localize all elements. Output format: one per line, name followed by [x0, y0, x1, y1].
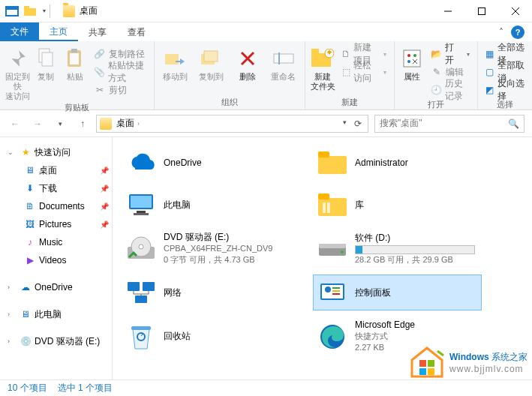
svg-rect-17 — [274, 54, 293, 63]
item-control-panel[interactable]: 控制面板 — [313, 274, 482, 310]
breadcrumb[interactable]: 桌面› — [116, 117, 140, 130]
copy-to-icon — [200, 46, 224, 70]
history-icon: 🕘 — [431, 84, 442, 96]
paste-shortcut-icon: 📎 — [94, 66, 105, 78]
paste-button[interactable]: 粘贴 — [62, 44, 88, 82]
pin-to-quick-access-button[interactable]: 固定到快 速访问 — [5, 44, 30, 101]
items-view[interactable]: OneDrive Administrator 此电脑 库 DVD 驱动器 (E:… — [113, 137, 532, 380]
maximize-button[interactable] — [464, 0, 498, 22]
item-onedrive[interactable]: OneDrive — [122, 145, 290, 181]
tree-this-pc[interactable]: ›🖥此电脑 — [3, 305, 109, 323]
qat-folder-icon[interactable] — [21, 3, 39, 20]
svg-rect-30 — [131, 196, 152, 208]
pin-icon: 📌 — [100, 166, 109, 175]
edit-icon: ✎ — [431, 66, 443, 78]
history-button[interactable]: 🕘历史记录 — [428, 82, 473, 98]
item-this-pc[interactable]: 此电脑 — [122, 187, 290, 223]
item-recycle-bin[interactable]: 回收站 — [122, 316, 290, 356]
item-administrator[interactable]: Administrator — [313, 145, 482, 181]
chevron-right-icon[interactable]: › — [8, 310, 17, 318]
tree-item-documents[interactable]: 🗎Documents📌 — [20, 197, 109, 215]
ribbon-group-select: ▦全部选择 ▢全部取消 ◩反向选择 选择 — [478, 41, 532, 110]
tree-item-downloads[interactable]: ⬇下载📌 — [20, 179, 109, 197]
open-icon: 📂 — [431, 48, 442, 60]
item-edge[interactable]: Microsoft Edge快捷方式2.27 KB — [313, 316, 482, 356]
tree-quick-access[interactable]: ⌄ ★ 快速访问 — [3, 143, 109, 161]
status-selection: 选中 1 个项目 — [58, 382, 113, 394]
copy-button[interactable]: 复制 — [33, 44, 59, 82]
svg-rect-27 — [318, 156, 347, 174]
paste-shortcut-button[interactable]: 📎粘贴快捷方式 — [91, 64, 149, 80]
tree-item-videos[interactable]: ▶Videos — [20, 251, 109, 269]
chevron-right-icon[interactable]: › — [8, 284, 17, 291]
svg-rect-43 — [128, 282, 140, 291]
search-icon[interactable]: 🔍 — [508, 118, 519, 129]
copy-path-icon: 🔗 — [94, 48, 106, 60]
copy-to-button[interactable]: 复制到 — [195, 44, 228, 82]
tab-view[interactable]: 查看 — [117, 22, 156, 41]
tree-item-pictures[interactable]: 🖼Pictures📌 — [20, 215, 109, 233]
tab-file[interactable]: 文件 — [0, 22, 39, 41]
folder-icon — [317, 148, 347, 178]
tab-share[interactable]: 共享 — [78, 22, 117, 41]
drive-usage-bar — [355, 245, 475, 254]
cut-button[interactable]: ✂剪切 — [91, 82, 149, 98]
svg-rect-14 — [165, 54, 179, 64]
svg-rect-49 — [332, 287, 340, 289]
tree-item-desktop[interactable]: 🖥桌面📌 — [20, 161, 109, 179]
open-button[interactable]: 📂打开▾ — [428, 46, 473, 62]
chevron-down-icon[interactable]: ⌄ — [8, 148, 17, 156]
forward-button[interactable]: → — [30, 116, 45, 131]
status-bar: 10 个项目 选中 1 个项目 — [0, 380, 532, 396]
tab-home[interactable]: 主页 — [39, 22, 78, 41]
svg-rect-4 — [24, 6, 29, 9]
address-bar[interactable]: 桌面› ▾ ⟳ — [96, 115, 368, 133]
quick-access-toolbar: ▾ — [0, 3, 57, 20]
item-drive-d[interactable]: 软件 (D:) 28.2 GB 可用，共 29.9 GB — [313, 229, 482, 268]
drive-icon — [317, 234, 347, 264]
select-all-icon: ▦ — [485, 48, 494, 60]
back-button[interactable]: ← — [8, 116, 23, 131]
item-dvd[interactable]: DVD 驱动器 (E:)CPBA_X64FRE_ZH-CN_DV90 字节 可用… — [122, 229, 290, 268]
svg-rect-16 — [204, 51, 218, 62]
easy-access-button[interactable]: ⬚轻松访问▾ — [338, 64, 389, 80]
move-to-button[interactable]: 移动到 — [159, 44, 192, 82]
chevron-right-icon[interactable]: › — [8, 338, 17, 345]
qat-dropdown-icon[interactable]: ▾ — [39, 3, 50, 20]
svg-rect-6 — [478, 8, 485, 14]
properties-button[interactable]: 属性 — [399, 44, 425, 82]
svg-rect-10 — [42, 52, 53, 66]
help-icon[interactable]: ? — [511, 26, 524, 39]
rename-button[interactable]: 重命名 — [267, 44, 300, 82]
search-placeholder: 搜索"桌面" — [380, 117, 503, 130]
music-icon: ♪ — [24, 236, 36, 248]
item-network[interactable]: 网络 — [122, 274, 290, 310]
this-pc-icon: 🖥 — [20, 308, 32, 320]
minimize-button[interactable] — [431, 0, 464, 22]
ribbon-collapse-icon[interactable]: ˄ — [499, 27, 503, 38]
control-panel-icon — [317, 278, 347, 308]
this-pc-icon — [126, 190, 156, 220]
tree-onedrive[interactable]: ›☁OneDrive — [3, 278, 109, 296]
close-button[interactable] — [498, 0, 532, 22]
svg-point-39 — [139, 244, 143, 249]
window-title: 桌面 — [80, 4, 98, 17]
tree-item-music[interactable]: ♪Music — [20, 233, 109, 251]
recent-locations-button[interactable]: ▾ — [53, 116, 68, 131]
svg-point-24 — [407, 54, 410, 57]
search-box[interactable]: 搜索"桌面" 🔍 — [374, 115, 524, 133]
address-dropdown-icon[interactable]: ▾ — [343, 118, 347, 129]
star-icon: ★ — [20, 146, 32, 158]
tree-dvd[interactable]: ›💿DVD 驱动器 (E:) — [3, 332, 109, 350]
refresh-icon[interactable]: ⟳ — [354, 118, 362, 129]
up-button[interactable]: ↑ — [75, 116, 90, 131]
title-bar: ▾ 桌面 — [0, 0, 532, 22]
documents-icon: 🗎 — [24, 200, 36, 212]
delete-button[interactable]: 删除 — [231, 44, 264, 82]
new-folder-button[interactable]: ✦ 新建 文件夹 — [310, 44, 336, 92]
cut-icon: ✂ — [94, 84, 106, 96]
item-library[interactable]: 库 — [313, 187, 482, 223]
svg-rect-50 — [332, 290, 340, 292]
invert-selection-button[interactable]: ◩反向选择 — [482, 82, 527, 98]
ribbon-group-organize: 移动到 复制到 删除 重命名 组织 — [155, 41, 305, 110]
